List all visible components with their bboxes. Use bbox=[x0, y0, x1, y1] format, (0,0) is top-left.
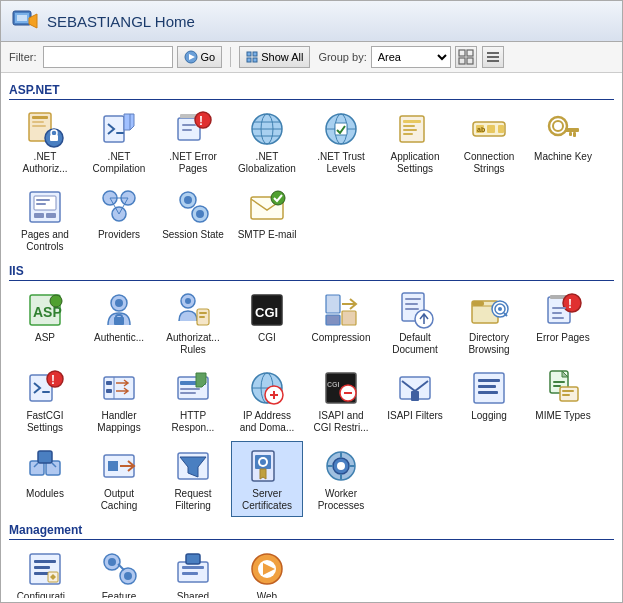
icon-item-directory-browsing[interactable]: Directory Browsing bbox=[453, 285, 525, 361]
show-all-label: Show All bbox=[261, 51, 303, 63]
icon-item-pages-controls[interactable]: Pages and Controls bbox=[9, 182, 81, 258]
icon-item-handler-mappings[interactable]: Handler Mappings bbox=[83, 363, 155, 439]
svg-rect-10 bbox=[459, 50, 465, 56]
svg-rect-115 bbox=[106, 389, 112, 393]
view-button[interactable] bbox=[455, 46, 477, 68]
svg-rect-170 bbox=[186, 554, 200, 564]
icon-label-authorization-rules: Authorizat... Rules bbox=[166, 332, 219, 356]
icon-item-cgi[interactable]: CGI CGI bbox=[231, 285, 303, 361]
icon-item-default-document[interactable]: Default Document bbox=[379, 285, 451, 361]
svg-point-71 bbox=[196, 210, 204, 218]
toolbar: Filter: Go Show All Group by: Area Categ… bbox=[1, 42, 622, 73]
section-grid-asp.net: .NET Authoriz... .NET Compilation ! .NET… bbox=[9, 104, 614, 258]
group-by-label: Group by: bbox=[318, 51, 366, 63]
icon-item-mime-types[interactable]: MIME Types bbox=[527, 363, 599, 439]
icon-net-compile bbox=[99, 109, 139, 149]
icon-item-feature-delegation[interactable]: Feature Delegation bbox=[83, 544, 155, 598]
icon-item-connection-strings[interactable]: ab Connection Strings bbox=[453, 104, 525, 180]
svg-rect-140 bbox=[562, 390, 574, 392]
icon-net-error: ! bbox=[173, 109, 213, 149]
svg-rect-88 bbox=[326, 295, 340, 313]
svg-rect-44 bbox=[403, 129, 417, 131]
icon-smtp-email bbox=[247, 187, 287, 227]
icon-fastcgi: ! bbox=[25, 368, 65, 408]
icon-item-providers[interactable]: Providers bbox=[83, 182, 155, 258]
show-all-button[interactable]: Show All bbox=[239, 46, 310, 68]
icon-net-global bbox=[247, 109, 287, 149]
svg-rect-97 bbox=[472, 301, 484, 306]
icon-item-smtp-email[interactable]: SMTP E-mail bbox=[231, 182, 303, 258]
icon-worker-processes bbox=[321, 446, 361, 486]
icon-item-authentication[interactable]: Authentic... bbox=[83, 285, 155, 361]
icon-item-configuration-editor[interactable]: Configurati... Editor bbox=[9, 544, 81, 598]
svg-rect-141 bbox=[562, 394, 570, 396]
svg-rect-160 bbox=[34, 566, 50, 569]
icon-label-net-trust-levels: .NET Trust Levels bbox=[317, 151, 365, 175]
icon-item-compression[interactable]: Compression bbox=[305, 285, 377, 361]
view-button-2[interactable] bbox=[482, 46, 504, 68]
icon-dir-browsing bbox=[469, 290, 509, 330]
icon-item-isapi-filters[interactable]: ISAPI Filters bbox=[379, 363, 451, 439]
icon-item-isapi-cgi[interactable]: CGI ISAPI and CGI Restri... bbox=[305, 363, 377, 439]
icon-item-server-certificates[interactable]: Server Certificates bbox=[231, 441, 303, 517]
svg-rect-144 bbox=[38, 451, 52, 463]
filter-label: Filter: bbox=[9, 51, 37, 63]
icon-label-authentication: Authentic... bbox=[94, 332, 144, 344]
icon-item-shared-configuration[interactable]: Shared Configurat... bbox=[157, 544, 229, 598]
icon-item-output-caching[interactable]: Output Caching bbox=[83, 441, 155, 517]
svg-rect-84 bbox=[199, 312, 207, 314]
svg-rect-20 bbox=[32, 125, 46, 127]
icon-item-machine-key[interactable]: Machine Key bbox=[527, 104, 599, 180]
icon-web-platform bbox=[247, 549, 287, 589]
icon-output-cache bbox=[99, 446, 139, 486]
icon-app-settings bbox=[395, 109, 435, 149]
view-icon-2 bbox=[485, 49, 501, 65]
filter-input[interactable] bbox=[43, 46, 173, 68]
icon-label-web-platform: Web Platfor... bbox=[249, 591, 286, 598]
icon-item-logging[interactable]: Logging bbox=[453, 363, 525, 439]
icon-item-net-error-pages[interactable]: ! .NET Error Pages bbox=[157, 104, 229, 180]
icon-label-logging: Logging bbox=[471, 410, 507, 422]
icon-label-output-caching: Output Caching bbox=[101, 488, 138, 512]
icon-item-fastcgi-settings[interactable]: ! FastCGI Settings bbox=[9, 363, 81, 439]
icon-item-net-trust-levels[interactable]: .NET Trust Levels bbox=[305, 104, 377, 180]
icon-item-web-platform[interactable]: Web Platfor... bbox=[231, 544, 303, 598]
icon-http-response bbox=[173, 368, 213, 408]
icon-item-net-compilation[interactable]: .NET Compilation bbox=[83, 104, 155, 180]
svg-rect-119 bbox=[180, 392, 196, 394]
svg-point-69 bbox=[184, 196, 192, 204]
icon-server-certs bbox=[247, 446, 287, 486]
show-all-icon bbox=[246, 51, 258, 63]
svg-rect-9 bbox=[253, 58, 257, 62]
icon-item-asp[interactable]: ASP ASP bbox=[9, 285, 81, 361]
icon-item-http-response[interactable]: HTTP Respon... bbox=[157, 363, 229, 439]
svg-rect-94 bbox=[405, 308, 419, 310]
icon-item-request-filtering[interactable]: Request Filtering bbox=[157, 441, 229, 517]
icon-item-worker-processes[interactable]: Worker Processes bbox=[305, 441, 377, 517]
icon-item-net-globalization[interactable]: .NET Globalization bbox=[231, 104, 303, 180]
icon-item-authorization-rules[interactable]: Authorizat... Rules bbox=[157, 285, 229, 361]
icon-authentication bbox=[99, 290, 139, 330]
app-icon bbox=[11, 7, 39, 35]
icon-net-trust bbox=[321, 109, 361, 149]
icon-label-server-certificates: Server Certificates bbox=[242, 488, 292, 512]
icon-item-net-authorization[interactable]: .NET Authoriz... bbox=[9, 104, 81, 180]
icon-item-ip-address[interactable]: IP Address and Doma... bbox=[231, 363, 303, 439]
svg-rect-55 bbox=[569, 132, 572, 136]
icon-item-modules[interactable]: Modules bbox=[9, 441, 81, 517]
icon-item-session-state[interactable]: Session State bbox=[157, 182, 229, 258]
svg-point-153 bbox=[337, 462, 345, 470]
svg-rect-169 bbox=[182, 572, 198, 575]
go-button[interactable]: Go bbox=[177, 46, 223, 68]
svg-text:CGI: CGI bbox=[255, 305, 278, 320]
svg-rect-8 bbox=[247, 58, 251, 62]
icon-label-application-settings: Application Settings bbox=[391, 151, 440, 175]
svg-rect-135 bbox=[478, 391, 498, 394]
icon-item-application-settings[interactable]: Application Settings bbox=[379, 104, 451, 180]
icon-label-net-compilation: .NET Compilation bbox=[93, 151, 146, 175]
svg-point-111 bbox=[47, 371, 63, 387]
icon-item-error-pages[interactable]: ! Error Pages bbox=[527, 285, 599, 361]
svg-point-51 bbox=[549, 117, 567, 135]
svg-rect-7 bbox=[253, 52, 257, 56]
group-by-select[interactable]: Area Category bbox=[371, 46, 451, 68]
